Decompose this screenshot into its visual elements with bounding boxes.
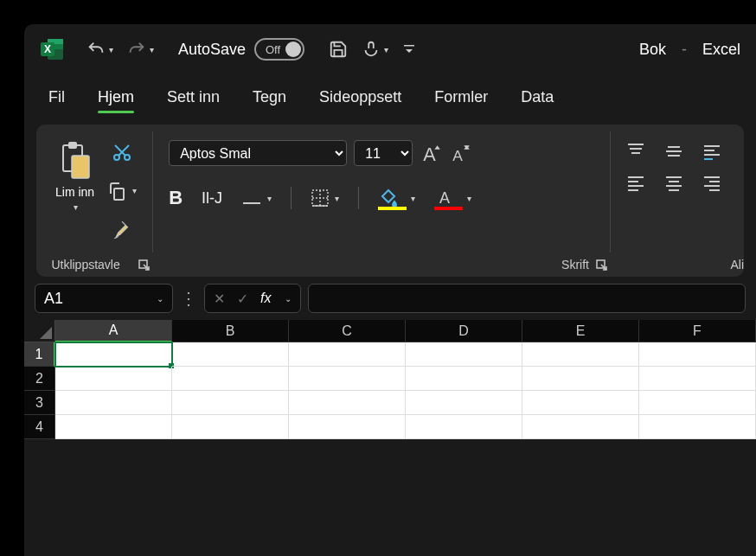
chevron-down-icon[interactable]: ▾ (132, 186, 137, 195)
cell-D3[interactable] (406, 391, 522, 415)
cell-D2[interactable] (406, 367, 522, 391)
svg-rect-8 (72, 156, 89, 178)
tab-draw[interactable]: Tegn (253, 88, 286, 113)
svg-text:A: A (452, 147, 463, 164)
row-header-4[interactable]: 4 (24, 415, 55, 439)
font-color-button[interactable]: A ▾ (434, 188, 471, 208)
formula-bar-options[interactable]: ⋮ (180, 288, 197, 309)
chevron-down-icon[interactable]: ⌄ (285, 294, 292, 304)
cell-E1[interactable] (522, 342, 639, 367)
cell-B2[interactable] (172, 367, 289, 391)
tab-formulas[interactable]: Formler (434, 88, 488, 113)
chevron-down-icon[interactable]: ⌄ (157, 294, 163, 304)
paste-button[interactable]: Lim inn ▾ (52, 137, 98, 215)
cancel-formula-button[interactable]: ✕ (214, 291, 225, 307)
chevron-down-icon[interactable]: ▾ (384, 45, 388, 54)
col-header-B[interactable]: B (172, 320, 289, 342)
chevron-down-icon[interactable]: ▾ (411, 194, 415, 203)
cell-F1[interactable] (639, 342, 756, 367)
font-name-select[interactable]: Aptos Smal (169, 140, 347, 166)
align-right-button[interactable] (702, 173, 728, 192)
cell-C2[interactable] (289, 367, 406, 391)
cell-D4[interactable] (406, 415, 522, 439)
autosave-toggle[interactable]: Off (254, 38, 304, 61)
touch-mode-button[interactable]: ▾ (356, 36, 394, 62)
align-top-button[interactable] (626, 142, 652, 161)
row-header-3[interactable]: 3 (24, 391, 55, 415)
font-size-select[interactable]: 11 (354, 140, 413, 166)
chevron-down-icon[interactable]: ▾ (150, 45, 154, 54)
cell-C1[interactable] (289, 342, 406, 367)
bold-button[interactable]: B (169, 187, 183, 209)
tab-file[interactable]: Fil (48, 88, 65, 113)
tab-data[interactable]: Data (521, 88, 554, 113)
svg-point-9 (114, 155, 119, 160)
cell-D1[interactable] (406, 342, 522, 367)
col-header-F[interactable]: F (639, 320, 756, 342)
svg-text:A: A (439, 189, 450, 207)
cell-A1[interactable] (55, 342, 172, 367)
cell-A2[interactable] (55, 367, 172, 391)
document-name: Bok (639, 41, 666, 59)
align-bottom-button[interactable] (702, 142, 728, 161)
row-header-1[interactable]: 1 (24, 342, 55, 367)
svg-point-10 (125, 155, 130, 160)
undo-button[interactable]: ▾ (81, 36, 119, 62)
cell-B1[interactable] (172, 342, 289, 367)
borders-button[interactable]: ▾ (311, 189, 339, 208)
cell-C4[interactable] (289, 415, 406, 439)
fill-color-button[interactable]: ▾ (378, 188, 415, 208)
cell-F2[interactable] (639, 367, 756, 391)
chevron-down-icon[interactable]: ▾ (74, 202, 78, 212)
cell-E2[interactable] (522, 367, 639, 391)
cell-C3[interactable] (289, 391, 406, 415)
col-header-E[interactable]: E (522, 320, 639, 342)
cell-A4[interactable] (55, 415, 172, 439)
increase-font-button[interactable]: A (420, 142, 442, 164)
cell-E3[interactable] (522, 391, 639, 415)
fx-button[interactable]: fx (260, 291, 271, 306)
clipboard-launcher-icon[interactable] (138, 259, 151, 272)
decrease-font-button[interactable]: A (449, 142, 471, 164)
font-launcher-icon[interactable] (596, 259, 608, 272)
spreadsheet-grid: A B C D E F 1 2 (24, 320, 756, 439)
save-button[interactable] (324, 36, 353, 62)
chevron-down-icon[interactable]: ▾ (335, 194, 339, 203)
cell-E4[interactable] (522, 415, 639, 439)
formula-input[interactable] (308, 284, 746, 313)
toggle-knob (285, 42, 301, 57)
align-center-button[interactable] (664, 173, 690, 192)
group-label-align: Ali (611, 258, 744, 272)
group-clipboard: Lim inn ▾ ▾ Utklipps (36, 131, 153, 252)
qat-customize-button[interactable] (397, 39, 421, 60)
group-alignment: Ali (611, 131, 744, 252)
tab-insert[interactable]: Sett inn (167, 88, 220, 113)
chevron-down-icon[interactable]: ▾ (109, 45, 113, 54)
select-all-corner[interactable] (24, 320, 55, 342)
underline-button[interactable]: ▾ (241, 189, 272, 207)
cell-B3[interactable] (172, 391, 289, 415)
cell-F4[interactable] (639, 415, 756, 439)
cell-A3[interactable] (55, 391, 172, 415)
cell-F3[interactable] (639, 391, 756, 415)
align-middle-button[interactable] (664, 142, 690, 161)
row-header-2[interactable]: 2 (24, 367, 55, 391)
col-header-A[interactable]: A (55, 320, 172, 342)
svg-rect-13 (114, 189, 124, 200)
enter-formula-button[interactable]: ✓ (237, 291, 248, 307)
svg-text:A: A (423, 144, 436, 164)
copy-button[interactable]: ▾ (106, 181, 137, 201)
font-variant-button[interactable]: Il-J (202, 189, 222, 208)
format-painter-button[interactable] (111, 220, 133, 242)
name-box[interactable]: A1 ⌄ (35, 284, 173, 313)
cell-B4[interactable] (172, 415, 289, 439)
chevron-down-icon[interactable]: ▾ (267, 194, 272, 203)
col-header-D[interactable]: D (406, 320, 522, 342)
tab-pagelayout[interactable]: Sideoppsett (319, 88, 401, 113)
cut-button[interactable] (112, 142, 132, 163)
col-header-C[interactable]: C (289, 320, 406, 342)
chevron-down-icon[interactable]: ▾ (467, 194, 471, 203)
redo-button[interactable]: ▾ (122, 36, 159, 62)
tab-home[interactable]: Hjem (98, 88, 134, 113)
align-left-button[interactable] (626, 173, 652, 192)
